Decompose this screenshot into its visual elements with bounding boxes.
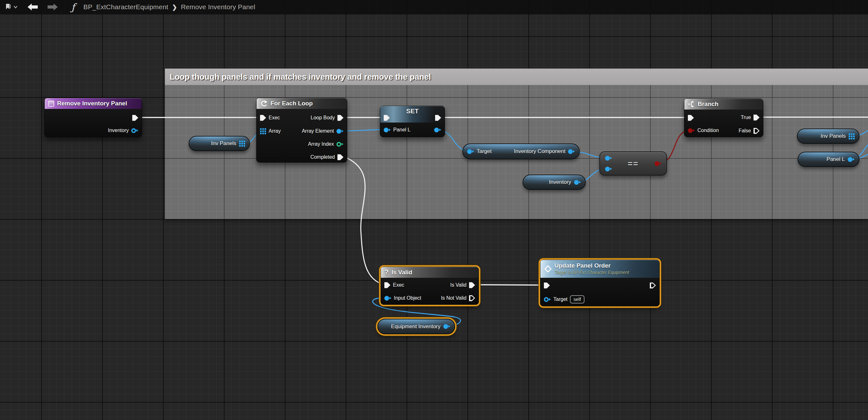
inventory-out-pin[interactable] xyxy=(131,128,136,133)
pin-label: Condition xyxy=(698,128,719,133)
question-mark-icon: ? xyxy=(384,268,389,277)
equals-result-pin[interactable] xyxy=(655,161,659,166)
getter-inventory[interactable]: Inventory xyxy=(523,175,586,190)
node-title: Is Valid xyxy=(391,269,412,276)
equals-input-a-pin[interactable] xyxy=(605,156,610,161)
node-title: Branch xyxy=(698,101,718,108)
loop-body-pin[interactable] xyxy=(337,115,343,121)
pin-label: Exec xyxy=(393,282,404,288)
breadcrumb-separator: ❯ xyxy=(172,3,177,11)
variable-label: Equipment Inventory xyxy=(391,324,440,330)
variable-label: Inventory xyxy=(549,179,571,186)
completed-pin[interactable] xyxy=(337,154,343,160)
back-arrow-button[interactable] xyxy=(27,3,38,11)
breadcrumb-current[interactable]: Remove Inventory Panel xyxy=(181,3,255,11)
condition-pin[interactable] xyxy=(688,128,693,133)
exec-in-pin[interactable] xyxy=(544,283,550,288)
node-title: Remove Inventory Panel xyxy=(57,100,127,107)
node-update-panel-order[interactable]: Update Panel Order Target is BP Ext Char… xyxy=(540,260,660,306)
exec-in-pin[interactable] xyxy=(384,115,390,121)
variable-label: Inv Panels xyxy=(211,140,236,147)
bookmark-icon[interactable] xyxy=(6,3,11,10)
exec-out-pin[interactable] xyxy=(435,115,441,121)
pin-label: Target xyxy=(477,148,492,155)
pin-label: True xyxy=(741,115,751,120)
array-pin[interactable] xyxy=(260,128,266,134)
node-for-each-loop[interactable]: For Each Loop Exec Array Loop Body Array… xyxy=(256,98,347,163)
panel-l-out-pin[interactable] xyxy=(848,157,852,162)
array-element-pin[interactable] xyxy=(337,129,341,134)
inventory-component-out-pin[interactable] xyxy=(568,149,573,154)
pin-label: Exec xyxy=(269,115,280,121)
breadcrumb-parent[interactable]: BP_ExtCharacterEquipment xyxy=(84,3,168,11)
variable-label: Inv Panels xyxy=(821,133,846,139)
node-title: For Each Loop xyxy=(271,100,313,107)
pin-label: Inventory Component xyxy=(514,148,565,155)
pin-label: Completed xyxy=(310,154,335,160)
getter-inv-panels-left[interactable]: Inv Panels xyxy=(189,136,250,151)
equals-input-b-pin[interactable] xyxy=(605,167,610,171)
false-pin[interactable] xyxy=(753,128,760,134)
self-default-value[interactable]: self xyxy=(570,295,584,304)
target-pin[interactable] xyxy=(544,297,549,302)
node-equals[interactable]: == xyxy=(599,151,667,175)
exec-in-pin[interactable] xyxy=(260,115,266,121)
loop-icon xyxy=(260,100,268,107)
exec-out-pin[interactable] xyxy=(650,283,656,288)
pin-label: Is Not Valid xyxy=(441,295,466,301)
pin-label: Array Element xyxy=(302,128,334,134)
getter-panel-l-right[interactable]: Panel L xyxy=(798,152,860,167)
panel-l-out-pin[interactable] xyxy=(434,128,439,132)
exec-in-pin[interactable] xyxy=(688,115,694,121)
target-in-pin[interactable] xyxy=(467,149,472,154)
input-object-pin[interactable] xyxy=(384,296,389,301)
pin-label: Input Object xyxy=(394,295,421,301)
variable-label: Panel L xyxy=(827,156,845,163)
true-pin[interactable] xyxy=(753,115,760,121)
exec-in-pin[interactable] xyxy=(384,282,391,288)
pin-label: Array xyxy=(269,128,281,134)
node-branch[interactable]: Branch Condition True False xyxy=(684,99,763,137)
pin-label: Inventory xyxy=(108,128,129,133)
getter-inventory-component[interactable]: Target Inventory Component xyxy=(462,143,580,159)
node-subtitle: Target is BP Ext Character Equipment xyxy=(554,270,655,275)
branch-icon xyxy=(688,101,695,108)
array-out-pin[interactable] xyxy=(239,141,245,147)
wire-layer xyxy=(0,0,868,420)
equipment-inventory-out-pin[interactable] xyxy=(443,324,448,329)
getter-inv-panels-right[interactable]: Inv Panels xyxy=(797,129,860,144)
is-valid-pin[interactable] xyxy=(469,282,475,288)
function-icon: ƒ xyxy=(71,2,75,13)
graph-toolbar: ƒ BP_ExtCharacterEquipment ❯ Remove Inve… xyxy=(0,0,868,14)
pin-label: Panel L xyxy=(393,127,410,133)
exec-out-pin[interactable] xyxy=(132,115,138,121)
forward-arrow-button[interactable] xyxy=(47,3,58,11)
pin-row: Inventory xyxy=(108,126,138,135)
pin-label: Target xyxy=(553,297,567,302)
wire-isvalid-to-updatepanelorder[interactable] xyxy=(476,285,545,285)
chevron-down-icon[interactable] xyxy=(13,5,18,8)
getter-equipment-inventory[interactable]: Equipment Inventory xyxy=(377,319,455,334)
array-out-pin[interactable] xyxy=(849,133,855,139)
equals-symbol: == xyxy=(628,159,639,169)
pin-label: Loop Body xyxy=(310,115,335,121)
pin-label: Array Index xyxy=(308,141,334,147)
node-is-valid[interactable]: ? Is Valid Exec Input Object Is Valid Is… xyxy=(380,267,479,305)
pin-label: False xyxy=(739,128,751,134)
panel-l-in-pin[interactable] xyxy=(384,128,389,132)
event-icon xyxy=(48,101,54,107)
wire-completed-to-isvalid[interactable] xyxy=(344,157,385,285)
blueprint-graph-canvas[interactable]: Loop though panels and if matches invent… xyxy=(0,0,868,420)
pin-row xyxy=(132,113,138,122)
function-diamond-icon xyxy=(545,265,552,272)
node-set-panel-l[interactable]: SET Panel L xyxy=(380,106,445,137)
node-title: Update Panel Order xyxy=(554,262,655,270)
node-remove-inventory-panel[interactable]: Remove Inventory Panel Inventory xyxy=(44,98,142,137)
is-not-valid-pin[interactable] xyxy=(469,295,475,301)
inventory-out-pin[interactable] xyxy=(574,180,579,185)
pin-label: Is Valid xyxy=(450,282,466,288)
array-index-pin[interactable] xyxy=(337,142,341,147)
